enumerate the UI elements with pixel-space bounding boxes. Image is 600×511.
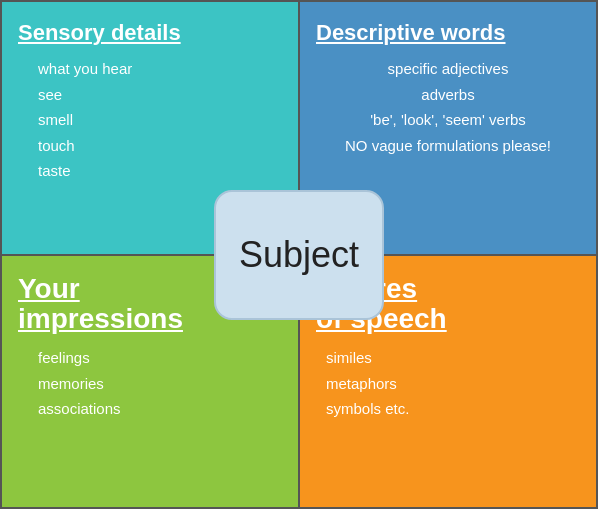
list-item: adverbs [316,82,580,108]
list-item: what you hear [18,56,282,82]
list-item: associations [18,396,282,422]
sensory-details-title: Sensory details [18,20,282,46]
diagram-container: Sensory details what you hear see smell … [0,0,598,509]
list-item: see [18,82,282,108]
list-item: symbols etc. [316,396,580,422]
descriptive-words-title: Descriptive words [316,20,580,46]
list-item: feelings [18,345,282,371]
list-item: NO vague formulations please! [316,133,580,159]
subject-box: Subject [214,190,384,320]
list-item: touch [18,133,282,159]
descriptive-words-list: specific adjectives adverbs 'be', 'look'… [316,56,580,158]
subject-label: Subject [239,234,359,276]
figures-of-speech-list: similes metaphors symbols etc. [316,345,580,422]
list-item: taste [18,158,282,184]
list-item: smell [18,107,282,133]
sensory-details-list: what you hear see smell touch taste [18,56,282,184]
list-item: specific adjectives [316,56,580,82]
list-item: metaphors [316,371,580,397]
your-impressions-list: feelings memories associations [18,345,282,422]
list-item: memories [18,371,282,397]
list-item: 'be', 'look', 'seem' verbs [316,107,580,133]
list-item: similes [316,345,580,371]
